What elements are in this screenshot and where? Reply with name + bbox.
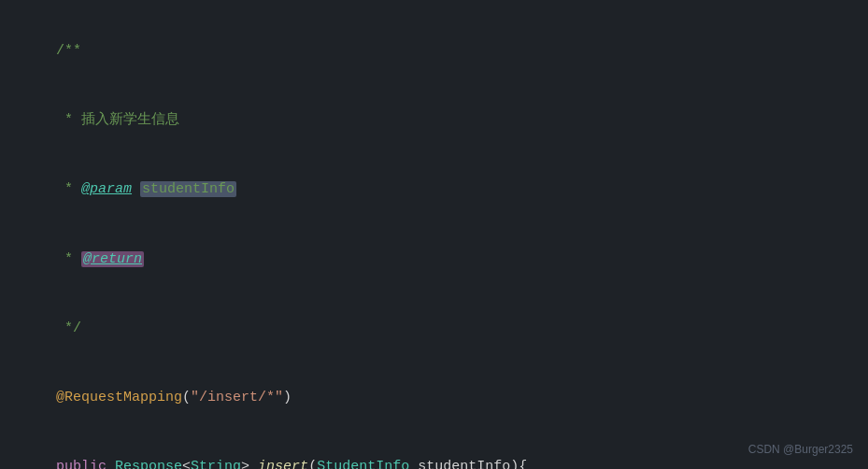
comment-star-1: * — [56, 181, 81, 197]
comment-return-tag: @return — [81, 251, 144, 267]
comment-text-1: * 插入新学生信息 — [56, 112, 179, 128]
type-string: String — [191, 459, 241, 469]
comment-close: */ — [56, 320, 81, 336]
paren-open-2: ( — [308, 459, 317, 469]
comment-param-value: studentInfo — [140, 181, 236, 197]
mapping-string: "/insert/*" — [191, 390, 283, 405]
watermark: CSDN @Burger2325 — [748, 443, 853, 456]
space-1 — [107, 459, 115, 469]
code-line-2: * 插入新学生信息 — [22, 86, 846, 155]
generic-close: > — [241, 459, 258, 469]
comment-space-1 — [132, 181, 140, 197]
method-insert: insert — [258, 459, 308, 469]
keyword-public: public — [56, 459, 107, 469]
comment-open: /** — [56, 43, 81, 59]
paren-open-1: ( — [182, 390, 191, 405]
code-line-1: /** — [22, 17, 846, 86]
comment-param-tag: @param — [81, 181, 132, 197]
comment-star-2: * — [56, 251, 81, 267]
annotation-request-mapping: @RequestMapping — [56, 390, 182, 405]
paren-close-1: ) — [283, 390, 292, 405]
code-editor: /** * 插入新学生信息 * @param studentInfo * @re… — [0, 0, 868, 469]
type-response: Response — [115, 459, 182, 469]
param-studentinfo: studentInfo){ — [409, 459, 527, 469]
generic-open: < — [182, 459, 191, 469]
type-studentinfo: StudentInfo — [317, 459, 409, 469]
code-line-7: public Response<String> insert(StudentIn… — [22, 433, 846, 470]
code-line-6: @RequestMapping("/insert/*") — [22, 363, 846, 433]
code-line-3: * @param studentInfo — [22, 156, 846, 225]
code-line-4: * @return — [22, 225, 846, 294]
code-line-5: */ — [22, 294, 846, 363]
